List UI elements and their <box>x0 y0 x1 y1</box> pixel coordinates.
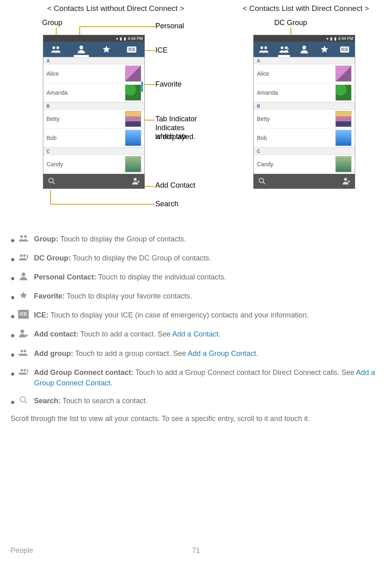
page-footer: People 71 <box>11 546 381 555</box>
callout-tab1: Tab Indicator <box>155 115 197 123</box>
contact-row[interactable]: Amanda <box>43 83 144 102</box>
bullet-ice: ● ICE ICE: Touch to display your ICE (in… <box>11 310 381 322</box>
contact-name: Amanda <box>257 89 335 96</box>
add-contact-icon[interactable] <box>341 177 352 186</box>
contact-row[interactable]: Amanda <box>254 83 355 102</box>
callout-dcgroup: DC Group <box>274 19 307 27</box>
contact-avatar <box>125 156 141 172</box>
contact-name: Candy <box>257 161 335 167</box>
bottom-bar <box>43 174 144 188</box>
callout-tab3: is displayed. <box>155 133 195 141</box>
tab-favorite[interactable] <box>314 42 335 57</box>
status-bar: ▾ ▮ ▮ 4:44 PM <box>254 35 355 42</box>
wifi-icon: ▾ <box>326 36 328 41</box>
tab-group[interactable] <box>254 42 274 57</box>
bullet-text: Favorite: Touch to display your favorite… <box>34 291 381 301</box>
contact-row[interactable]: Candy <box>43 155 144 174</box>
callout-favorite: Favorite <box>155 80 182 89</box>
search-icon[interactable] <box>257 177 267 186</box>
ice-icon: ICE <box>15 310 32 319</box>
bullet-marker: ● <box>11 311 15 322</box>
contact-row[interactable]: Alice <box>43 64 144 83</box>
svg-point-21 <box>23 369 26 371</box>
footer-section: People <box>11 546 33 555</box>
status-time: 4:44 PM <box>128 36 143 41</box>
section-header: B <box>43 102 144 110</box>
contacts-list: A Alice Amanda B Betty Bob C Candy <box>254 57 355 174</box>
leader-search-v <box>50 190 51 204</box>
tab-group[interactable] <box>43 42 69 57</box>
svg-point-5 <box>261 47 263 49</box>
contact-row[interactable]: Candy <box>254 155 355 174</box>
figure-left-title: < Contacts List without Direct Connect > <box>27 4 205 13</box>
tab-favorite[interactable] <box>94 42 119 57</box>
search-icon[interactable] <box>47 177 57 186</box>
add-group-connect-icon <box>15 367 32 376</box>
svg-point-16 <box>21 273 25 276</box>
closing-paragraph: Scroll through the list to view all your… <box>11 415 381 423</box>
svg-point-12 <box>20 235 23 238</box>
bullet-list: ● Group: Touch to display the Group of c… <box>11 234 381 407</box>
tab-ice[interactable]: ICE <box>119 42 145 57</box>
contact-row[interactable]: Bob <box>254 129 355 148</box>
svg-point-8 <box>285 47 288 49</box>
contact-avatar <box>335 66 352 82</box>
contact-row[interactable]: Betty <box>254 110 355 129</box>
svg-point-13 <box>24 235 27 238</box>
contact-row[interactable]: Bob <box>43 129 144 148</box>
tab-personal[interactable] <box>294 42 314 57</box>
svg-point-6 <box>265 47 267 49</box>
link-add-group[interactable]: Add a Group Contact <box>188 349 256 358</box>
contact-row[interactable]: Betty <box>43 110 144 129</box>
callout-ice: ICE <box>155 46 167 55</box>
bullet-dc-group: ● DC Group: Touch to display the DC Grou… <box>11 253 381 265</box>
signal-icon: ▮ <box>120 36 122 41</box>
section-header: B <box>254 102 355 110</box>
tab-ice[interactable]: ICE <box>335 42 355 57</box>
link-add-contact[interactable]: Add a Contact <box>172 330 218 338</box>
bullet-text: Personal Contact: Touch to display the i… <box>34 272 381 282</box>
svg-point-11 <box>344 178 347 181</box>
bullet-text: Group: Touch to display the Group of con… <box>34 234 381 244</box>
svg-point-14 <box>20 254 23 257</box>
leader-add <box>145 186 155 187</box>
svg-point-20 <box>21 369 23 371</box>
svg-point-9 <box>302 46 306 49</box>
status-time: 4:44 PM <box>338 36 353 41</box>
contact-avatar <box>335 85 352 101</box>
signal-icon: ▮ <box>330 36 333 41</box>
bullet-add-group-connect: ● Add Group Connect contact: Touch to ad… <box>11 367 381 388</box>
bullet-add-contact: ● Add contact: Touch to add a contact. S… <box>11 329 381 341</box>
svg-point-19 <box>24 350 26 352</box>
bullet-text: Add Group Connect contact: Touch to add … <box>34 367 381 388</box>
figure-right: < Contacts List with Direct Connect > DC… <box>237 4 375 222</box>
bullet-text: Add group: Touch to add a group contact.… <box>34 348 381 359</box>
bullet-marker: ● <box>11 349 15 360</box>
add-contact-icon[interactable] <box>131 177 141 186</box>
svg-point-15 <box>23 254 25 257</box>
bullet-marker: ● <box>11 330 15 341</box>
svg-point-10 <box>259 178 264 183</box>
footer-page-number: 71 <box>192 546 200 555</box>
section-header: C <box>43 148 144 155</box>
tab-personal[interactable] <box>69 42 94 57</box>
figure-left: < Contacts List without Direct Connect >… <box>27 4 205 222</box>
contact-row[interactable]: Alice <box>254 64 355 83</box>
bullet-personal: ● Personal Contact: Touch to display the… <box>11 272 381 284</box>
dc-group-icon <box>15 253 32 262</box>
contact-name: Betty <box>257 116 335 122</box>
contact-name: Amanda <box>47 89 125 96</box>
tab-dc-group[interactable] <box>274 42 294 57</box>
tab-indicator <box>278 55 290 57</box>
svg-point-17 <box>21 330 24 333</box>
contacts-list: A Alice Amanda B Betty Bob C Candy <box>43 57 144 174</box>
contact-name: Alice <box>47 70 125 77</box>
svg-point-0 <box>53 47 55 49</box>
contact-name: Candy <box>47 161 125 167</box>
contact-name: Betty <box>47 116 125 122</box>
group-icon <box>15 234 32 243</box>
contact-avatar <box>125 66 141 82</box>
phone-right: ▾ ▮ ▮ 4:44 PM IC <box>253 35 355 189</box>
svg-point-3 <box>49 178 53 183</box>
search-icon <box>15 396 32 404</box>
